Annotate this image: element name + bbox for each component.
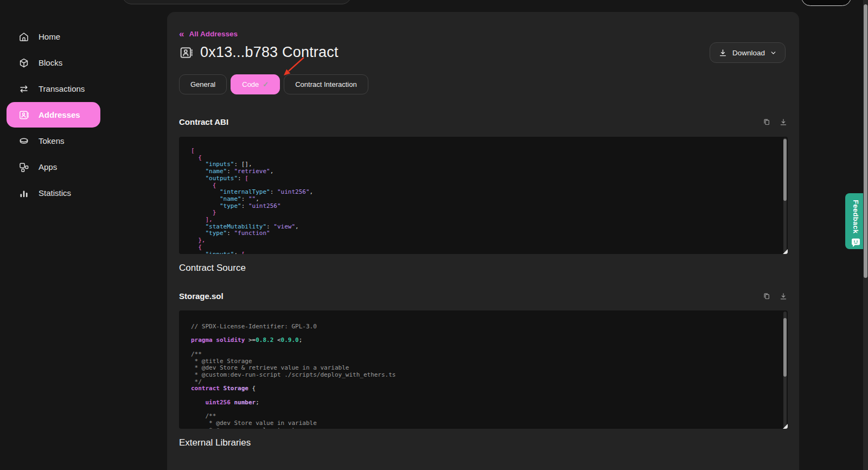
sidebar-item-label: Blocks	[39, 58, 62, 67]
sidebar-item-home[interactable]: Home	[7, 24, 100, 49]
breadcrumb-label: All Addresses	[189, 30, 238, 38]
home-icon	[18, 31, 29, 42]
sidebar-item-apps[interactable]: Apps	[7, 154, 100, 180]
page-scrollbar-thumb[interactable]	[864, 4, 867, 278]
tab-general[interactable]: General	[179, 74, 227, 94]
code-line	[191, 406, 775, 413]
breadcrumb[interactable]: « All Addresses	[179, 30, 238, 38]
abi-code[interactable]: [ { "inputs": [], "name": "retrieve", "o…	[179, 137, 788, 254]
page-scrollbar-track[interactable]	[863, 0, 868, 470]
sidebar-item-label: Home	[39, 32, 60, 41]
storage-sol-title: Storage.sol	[179, 291, 224, 301]
tab-code[interactable]: Code ✓	[231, 74, 280, 94]
code-line: * @custom:dev-run-script ./scripts/deplo…	[191, 372, 775, 379]
code-line: {	[191, 244, 775, 251]
storage-sol-header: Storage.sol	[179, 291, 788, 301]
chevron-down-icon	[770, 49, 777, 56]
storage-scrollbar-thumb[interactable]	[783, 318, 787, 377]
abi-scrollbar-thumb[interactable]	[783, 139, 787, 201]
sidebar-item-label: Apps	[39, 162, 57, 172]
code-line: "type": "function"	[191, 230, 775, 237]
contract-abi-code-block: [ { "inputs": [], "name": "retrieve", "o…	[179, 137, 788, 254]
page-title: 0x13...b783 Contract	[200, 44, 339, 61]
sidebar-item-label: Addresses	[39, 110, 80, 119]
transfer-arrows-icon	[18, 84, 29, 94]
code-line	[191, 344, 775, 351]
copy-icon[interactable]	[762, 292, 771, 301]
code-line: "outputs": [	[191, 175, 775, 182]
main-panel: « All Addresses 0x13...b783 Contract Dow…	[167, 12, 799, 470]
external-libraries-title: External Libraries	[179, 437, 251, 448]
sidebar-item-blocks[interactable]: Blocks	[7, 50, 100, 75]
contract-abi-header: Contract ABI	[179, 117, 788, 126]
tab-bar: General Code ✓ Contract Interaction	[179, 74, 368, 94]
checkmark-icon: ✓	[263, 80, 269, 88]
code-line: "inputs": [],	[191, 161, 775, 168]
download-icon[interactable]	[779, 292, 788, 301]
title-row: 0x13...b783 Contract	[179, 44, 339, 61]
code-line: },	[191, 237, 775, 244]
storage-code[interactable]: // SPDX-License-Identifier: GPL-3.0 prag…	[179, 310, 788, 429]
code-line	[191, 392, 775, 399]
code-line: uint256 number;	[191, 399, 775, 407]
download-icon[interactable]	[779, 118, 788, 126]
feedback-label: Feedback	[852, 200, 860, 233]
cube-icon	[18, 58, 29, 68]
download-button[interactable]: Download	[710, 42, 786, 63]
code-line: contract Storage {	[191, 385, 775, 392]
sidebar-item-tokens[interactable]: Tokens	[7, 128, 100, 154]
code-line: }	[191, 209, 775, 217]
copy-icon[interactable]	[762, 118, 771, 126]
code-line: pragma solidity >=0.8.2 <0.9.0;	[191, 337, 775, 344]
sidebar-item-label: Tokens	[39, 136, 65, 145]
code-line: "name": "retrieve",	[191, 168, 775, 175]
abi-actions	[762, 118, 788, 126]
sidebar: Home Blocks Transactions Addresses Token…	[0, 0, 167, 470]
feedback-chat-icon	[851, 238, 861, 248]
code-line: "inputs": [	[191, 251, 775, 254]
double-chevron-left-icon: «	[179, 30, 184, 37]
address-book-icon	[18, 110, 29, 120]
code-line: * @param num value to store	[191, 427, 775, 429]
address-book-icon	[179, 46, 193, 60]
storage-sol-code-block: // SPDX-License-Identifier: GPL-3.0 prag…	[179, 310, 788, 429]
coin-icon	[18, 136, 29, 147]
code-line: "type": "uint256"	[191, 203, 775, 210]
apps-grid-icon	[18, 162, 29, 173]
abi-resize-grip[interactable]	[783, 249, 788, 254]
sidebar-item-statistics[interactable]: Statistics	[7, 180, 100, 206]
tab-contract-interaction[interactable]: Contract Interaction	[284, 74, 368, 94]
sidebar-item-label: Statistics	[39, 188, 71, 198]
code-line: /**	[191, 351, 775, 358]
external-libraries-header: External Libraries	[179, 437, 788, 448]
code-line: "stateMutability": "view",	[191, 224, 775, 231]
bar-chart-icon	[18, 188, 29, 199]
contract-source-header: Contract Source	[179, 263, 788, 274]
download-label: Download	[732, 49, 765, 57]
contract-source-title: Contract Source	[179, 263, 246, 274]
contract-abi-title: Contract ABI	[179, 117, 228, 126]
code-line: // SPDX-License-Identifier: GPL-3.0	[191, 323, 775, 331]
download-icon	[718, 48, 727, 58]
storage-actions	[762, 292, 788, 301]
storage-resize-grip[interactable]	[783, 424, 788, 429]
sidebar-item-addresses[interactable]: Addresses	[7, 102, 100, 128]
code-line: [	[191, 148, 775, 155]
code-line: "internalType": "uint256",	[191, 189, 775, 196]
code-line: */	[191, 379, 775, 386]
sidebar-item-transactions[interactable]: Transactions	[7, 76, 100, 101]
top-right-button[interactable]	[801, 0, 851, 6]
code-line: {	[191, 155, 775, 162]
sidebar-item-label: Transactions	[39, 84, 85, 93]
